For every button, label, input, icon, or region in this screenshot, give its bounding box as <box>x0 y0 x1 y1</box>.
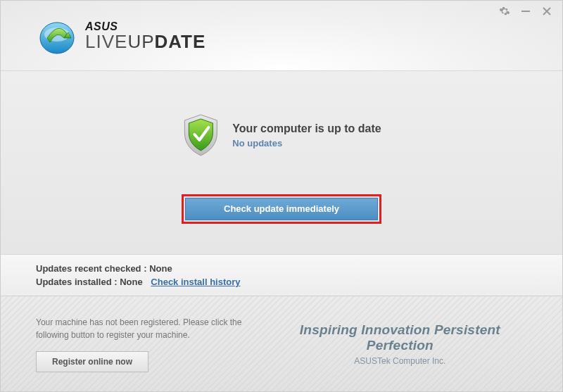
updates-installed-line: Updates installed : None Check install h… <box>36 277 527 287</box>
logo-product: LIVEUPDATE <box>85 32 205 51</box>
check-update-button[interactable]: Check update immediately <box>185 198 378 220</box>
status-row: Your computer is up to date No updates <box>182 113 381 157</box>
check-history-link[interactable]: Check install history <box>151 277 240 287</box>
header: ASUS LIVEUPDATE <box>1 1 562 71</box>
highlight-frame: Check update immediately <box>182 194 381 224</box>
main-panel: Your computer is up to date No updates C… <box>1 71 562 254</box>
close-button[interactable] <box>541 6 552 17</box>
svg-rect-0 <box>521 11 530 12</box>
updates-installed-value: None <box>120 277 143 287</box>
updates-recent-value: None <box>149 263 172 274</box>
company-name: ASUSTek Computer Inc. <box>266 356 534 366</box>
register-button[interactable]: Register online now <box>36 351 148 372</box>
footer: Your machine has not been registered. Pl… <box>1 296 562 391</box>
status-text: Your computer is up to date No updates <box>232 122 381 148</box>
updates-recent-label: Updates recent checked : <box>36 263 147 274</box>
minimize-button[interactable] <box>520 6 531 17</box>
slogan: Inspiring Innovation Persistent Perfecti… <box>266 322 534 353</box>
updates-installed-label: Updates installed : <box>36 277 118 287</box>
register-notice: Your machine has not been registered. Pl… <box>36 316 266 341</box>
logo-icon <box>36 17 78 55</box>
status-subtitle: No updates <box>232 138 381 148</box>
titlebar <box>499 1 562 22</box>
updates-recent-line: Updates recent checked : None <box>36 263 527 274</box>
info-strip: Updates recent checked : None Updates in… <box>1 254 562 296</box>
status-title: Your computer is up to date <box>232 122 381 135</box>
footer-left: Your machine has not been registered. Pl… <box>36 316 266 372</box>
app-logo: ASUS LIVEUPDATE <box>36 17 205 55</box>
settings-icon[interactable] <box>499 6 510 17</box>
logo-text: ASUS LIVEUPDATE <box>85 21 205 51</box>
shield-icon <box>182 113 220 157</box>
footer-right: Inspiring Innovation Persistent Perfecti… <box>266 322 534 366</box>
